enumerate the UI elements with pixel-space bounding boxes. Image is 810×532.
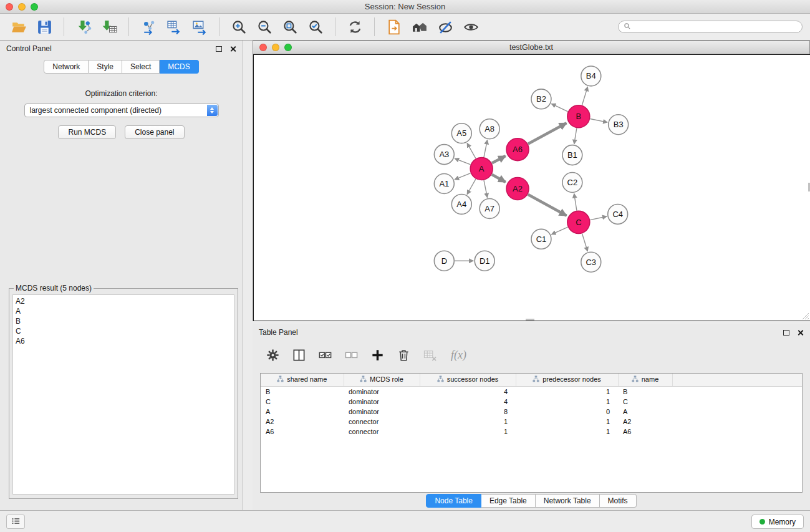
node-C3[interactable]: C3 (581, 252, 601, 272)
edge-A-A4[interactable] (467, 179, 476, 195)
table-row[interactable]: Cdominator41C (261, 397, 802, 407)
zoom-window-button[interactable] (31, 3, 38, 11)
import-network-icon[interactable] (72, 16, 95, 38)
node-D1[interactable]: D1 (475, 251, 494, 271)
node-C4[interactable]: C4 (608, 204, 628, 224)
home-icon[interactable] (408, 16, 431, 38)
edge-C-C1[interactable] (551, 227, 567, 235)
panel-menu-button[interactable] (6, 515, 25, 529)
node-A4[interactable]: A4 (451, 194, 471, 214)
node-A7[interactable]: A7 (480, 198, 499, 218)
split-panel-icon[interactable] (290, 346, 307, 364)
float-table-panel-icon[interactable] (783, 330, 789, 336)
edge-A2-C[interactable] (528, 195, 567, 216)
tab-motifs[interactable]: Motifs (600, 494, 637, 508)
edge-C-C3[interactable] (582, 233, 588, 251)
network-zoom-button[interactable] (284, 44, 292, 51)
table-row[interactable]: Bdominator41B (261, 386, 802, 397)
node-A8[interactable]: A8 (480, 119, 499, 139)
node-A1[interactable]: A1 (434, 174, 454, 194)
node-C2[interactable]: C2 (562, 173, 582, 193)
close-panel-icon[interactable] (229, 46, 236, 52)
result-item-a6[interactable]: A6 (16, 336, 231, 346)
h-scroll-thumb[interactable] (526, 319, 534, 321)
node-A5[interactable]: A5 (451, 123, 471, 143)
result-item-b[interactable]: B (16, 316, 231, 326)
minimize-window-button[interactable] (18, 3, 26, 11)
node-A6[interactable]: A6 (506, 138, 529, 161)
edge-A-A1[interactable] (455, 173, 471, 180)
tab-node-table[interactable]: Node Table (426, 494, 481, 508)
column-header-successor-nodes[interactable]: successor nodes (420, 374, 516, 386)
add-row-icon[interactable] (369, 346, 386, 364)
edge-B-B4[interactable] (582, 87, 587, 105)
result-item-a[interactable]: A (16, 306, 231, 316)
node-C1[interactable]: C1 (531, 229, 551, 249)
network-close-button[interactable] (259, 44, 267, 51)
edge-B-B1[interactable] (574, 128, 577, 144)
zoom-selected-icon[interactable] (304, 16, 327, 38)
edge-A-A3[interactable] (455, 158, 470, 165)
import-table-icon[interactable] (98, 16, 120, 38)
edge-A-A5[interactable] (467, 143, 476, 158)
search-box[interactable] (618, 21, 803, 33)
search-input[interactable] (634, 22, 797, 31)
table-row[interactable]: Adominator80A (261, 407, 802, 417)
node-A2[interactable]: A2 (506, 178, 529, 200)
node-B3[interactable]: B3 (609, 115, 629, 135)
edge-C-C4[interactable] (590, 216, 607, 220)
eye-icon[interactable] (460, 16, 482, 38)
node-B[interactable]: B (567, 105, 590, 128)
mcds-result-list[interactable]: A2ABCA6 (12, 294, 234, 495)
edge-A-A2[interactable] (492, 175, 506, 182)
run-mcds-button[interactable]: Run MCDS (58, 125, 116, 139)
hide-details-icon[interactable] (434, 16, 456, 38)
export-network-icon[interactable] (137, 16, 160, 38)
criterion-select[interactable]: largest connected component (directed) (24, 104, 219, 117)
column-header-shared-name[interactable]: shared name (261, 374, 344, 386)
refresh-icon[interactable] (344, 16, 366, 38)
table-row[interactable]: A6connector11A6 (261, 427, 802, 437)
delete-row-icon[interactable] (395, 346, 412, 364)
result-item-c[interactable]: C (16, 326, 231, 336)
edge-A-A7[interactable] (484, 180, 488, 198)
tab-network[interactable]: Network (44, 60, 89, 74)
edge-A-A8[interactable] (484, 140, 488, 157)
edge-C-C2[interactable] (574, 193, 577, 210)
zoom-in-icon[interactable] (228, 16, 250, 38)
select-all-icon[interactable] (316, 346, 334, 364)
document-icon[interactable] (383, 16, 405, 38)
gear-icon[interactable] (264, 346, 281, 364)
edge-A-A6[interactable] (492, 156, 506, 163)
float-panel-icon[interactable] (216, 46, 222, 52)
column-header-name[interactable]: name (618, 374, 672, 386)
node-C[interactable]: C (567, 211, 590, 233)
zoom-fit-icon[interactable] (279, 16, 301, 38)
column-header-MCDS-role[interactable]: MCDS role (344, 374, 420, 386)
edge-A6-B[interactable] (528, 123, 567, 143)
node-D[interactable]: D (434, 251, 454, 271)
zoom-out-icon[interactable] (253, 16, 276, 38)
node-A3[interactable]: A3 (434, 145, 454, 165)
table-row[interactable]: A2connector11A2 (261, 417, 802, 427)
column-header-predecessor-nodes[interactable]: predecessor nodes (516, 374, 618, 386)
network-canvas[interactable]: AA2A6BCA1A3A4A5A7A8B1B2B3B4C1C2C3C4DD1 (253, 54, 810, 321)
resize-grip-icon[interactable] (802, 312, 809, 320)
close-table-panel-icon[interactable] (797, 329, 804, 336)
close-panel-button[interactable]: Close panel (125, 125, 184, 139)
node-B4[interactable]: B4 (581, 66, 601, 86)
tab-edge-table[interactable]: Edge Table (481, 494, 536, 508)
memory-button[interactable]: Memory (751, 515, 804, 529)
export-table-icon[interactable] (163, 16, 185, 38)
tab-style[interactable]: Style (89, 60, 122, 74)
export-image-icon[interactable] (188, 16, 211, 38)
save-icon[interactable] (33, 16, 55, 38)
node-A[interactable]: A (470, 158, 493, 180)
open-file-icon[interactable] (7, 16, 30, 38)
network-graph[interactable]: AA2A6BCA1A3A4A5A7A8B1B2B3B4C1C2C3C4DD1 (254, 55, 810, 321)
edge-B-B2[interactable] (551, 104, 567, 111)
tab-mcds[interactable]: MCDS (160, 60, 198, 74)
tab-network-table[interactable]: Network Table (536, 494, 600, 508)
network-minimize-button[interactable] (272, 44, 279, 51)
tab-select[interactable]: Select (122, 60, 160, 74)
